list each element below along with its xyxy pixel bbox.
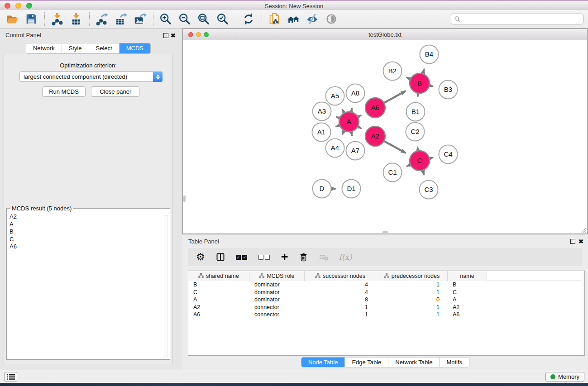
zoom-in-icon[interactable] [158,11,173,27]
edge-A-A3[interactable] [336,117,339,118]
edge-B-B1[interactable] [418,94,418,97]
edge-B-B4[interactable] [423,69,424,73]
node-B3[interactable]: B3 [439,81,458,99]
save-session-icon[interactable] [24,11,39,27]
deselect-all-checks-icon[interactable] [258,255,271,260]
edge-C-C1[interactable] [406,165,410,167]
table-scrollbar[interactable] [581,271,584,355]
float-table-panel-icon[interactable] [570,239,575,244]
node-D1[interactable]: D1 [342,180,361,198]
export-network-icon[interactable] [94,11,110,27]
node-C4[interactable]: C4 [439,145,458,164]
tab-edge-table[interactable]: Edge Table [345,357,388,367]
edge-A-A1[interactable] [335,125,339,127]
edge-A-A2[interactable] [358,127,361,129]
export-image-icon[interactable] [132,11,148,27]
edge-A-A4[interactable] [342,131,344,134]
duplicate-network-icon[interactable] [267,11,282,27]
edge-C-C2[interactable] [417,147,418,150]
mcds-result-item[interactable]: A2 [10,213,167,221]
optimization-select[interactable]: largest connected component (directed) [19,71,163,82]
edge-B-B3[interactable] [430,86,433,86]
node-A7[interactable]: A7 [346,142,365,160]
edge-A2-C[interactable] [384,141,406,153]
node-D[interactable]: D [313,180,331,198]
import-table-icon[interactable] [68,11,84,27]
tab-motifs[interactable]: Motifs [440,357,469,367]
node-B[interactable]: B [410,73,430,93]
edge-A-A5[interactable] [342,109,344,112]
node-A5[interactable]: A5 [326,87,344,105]
tab-select[interactable]: Select [89,43,120,53]
zoom-selected-icon[interactable] [215,11,230,27]
column-header-mcds-role[interactable]: MCDS role [249,271,305,281]
column-header-successor-nodes[interactable]: successor nodes [305,271,376,281]
network-canvas[interactable]: B4B2BB3A5A8A6B1A3AC2A1A2A4A7C4CC1C3DD1 [183,40,587,234]
edge-A-A7[interactable] [351,132,352,136]
edge-B-B2[interactable] [406,77,410,79]
vertical-scrollbar-thumb[interactable] [183,195,186,202]
search-input[interactable] [460,15,583,23]
close-panel-icon[interactable]: ✖ [171,33,176,38]
resize-grip-icon[interactable] [580,227,587,233]
result-scrollbar[interactable] [164,215,168,357]
node-A1[interactable]: A1 [312,123,331,142]
network-graph[interactable]: B4B2BB3A5A8A6B1A3AC2A1A2A4A7C4CC1C3DD1 [183,40,587,234]
table-row[interactable]: Bdominator41B [188,281,584,289]
run-mcds-button[interactable]: Run MCDS [42,86,86,97]
refresh-icon[interactable] [241,11,256,27]
node-C3[interactable]: C3 [420,181,438,199]
column-header-shared-name[interactable]: shared name [188,271,249,281]
zoom-fit-icon[interactable] [196,11,211,27]
node-A3[interactable]: A3 [313,102,331,121]
node-C1[interactable]: C1 [383,163,402,182]
network-window-titlebar[interactable]: testGlobe.txt [183,29,587,40]
float-panel-icon[interactable] [163,33,168,38]
mcds-result-item[interactable]: A6 [10,243,167,251]
node-B1[interactable]: B1 [406,103,425,121]
export-table-icon[interactable] [113,11,129,27]
show-hide-panels-icon[interactable] [305,11,320,27]
zoom-out-icon[interactable] [177,11,192,27]
table-row[interactable]: Cdominator41C [188,289,584,296]
select-all-checks-icon[interactable]: ✓✓ [236,255,249,260]
node-A2[interactable]: A2 [365,126,385,146]
node-B2[interactable]: B2 [383,62,402,81]
node-C2[interactable]: C2 [406,123,425,141]
edge-A6-B[interactable] [384,91,406,103]
node-A[interactable]: A [339,112,359,132]
table-row[interactable]: A6connector11A6 [188,311,584,319]
mcds-result-item[interactable]: A [10,221,167,229]
import-network-icon[interactable] [49,11,65,27]
edge-A-A6[interactable] [358,115,361,117]
node-B4[interactable]: B4 [420,45,439,64]
tab-mcds[interactable]: MCDS [120,43,150,53]
table-row[interactable]: Adominator80A [188,296,584,304]
column-header-name[interactable]: name [448,271,487,281]
open-session-icon[interactable] [5,11,20,27]
node-A4[interactable]: A4 [326,139,344,157]
edge-A-A8[interactable] [351,108,352,112]
horizontal-scrollbar-thumb[interactable] [382,231,388,233]
home-icon[interactable] [286,11,301,27]
eye-icon[interactable] [324,11,339,27]
show-column-icon[interactable] [215,252,226,262]
node-A6[interactable]: A6 [365,98,385,118]
edge-C-C3[interactable] [423,171,424,175]
mcds-result-list[interactable]: A2ABCA6 [10,213,167,251]
edge-C-C4[interactable] [430,157,433,158]
table-options-gear-icon[interactable]: ⚙ [196,252,205,262]
close-panel-button[interactable]: Close panel [91,86,139,97]
tab-node-table[interactable]: Node Table [301,357,345,367]
table-row[interactable]: A2connector11A2 [188,304,584,311]
mcds-result-item[interactable]: C [10,236,167,243]
delete-column-icon[interactable] [298,252,309,262]
tab-network[interactable]: Network [26,43,62,53]
mcds-result-item[interactable]: B [10,228,167,236]
memory-button[interactable]: Memory [545,372,584,381]
close-table-panel-icon[interactable]: ✖ [578,239,583,244]
column-header-predecessor-nodes[interactable]: predecessor nodes [376,271,448,281]
task-history-button[interactable] [4,372,17,381]
add-column-icon[interactable]: + [281,253,288,262]
tab-network-table[interactable]: Network Table [388,357,440,367]
